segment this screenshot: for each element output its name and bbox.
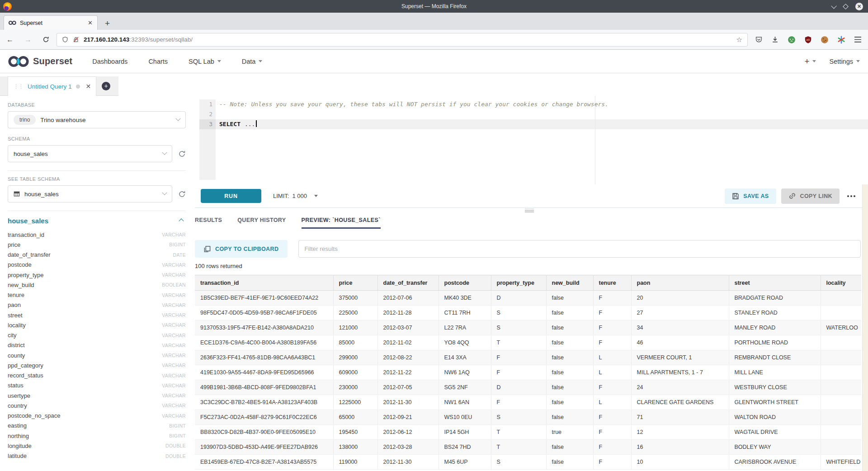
table-cell: F [593, 410, 631, 425]
privacy-badger-icon[interactable] [788, 36, 796, 44]
schema-column-row[interactable]: paonVARCHAR [8, 300, 186, 310]
copy-to-clipboard-button[interactable]: COPY TO CLIPBOARD [195, 240, 288, 258]
results-column-header[interactable]: price [333, 275, 377, 291]
schema-column-row[interactable]: transaction_idVARCHAR [8, 230, 186, 240]
sql-editor[interactable]: 1 2 3 -- Note: Unless you save your quer… [195, 96, 868, 184]
results-column-header[interactable]: tenure [593, 275, 631, 291]
editor-comment-line: -- Note: Unless you save your query, the… [219, 99, 868, 109]
schema-column-row[interactable]: eastingBIGINT [8, 421, 186, 431]
results-column-header[interactable]: locality [821, 275, 861, 291]
schema-column-row[interactable]: postcodeVARCHAR [8, 260, 186, 270]
add-new-button[interactable]: + [804, 57, 816, 66]
new-tab-button[interactable]: + [105, 19, 110, 28]
schema-column-row[interactable]: postcode_no_spaceVARCHAR [8, 411, 186, 421]
navbar-links: Dashboards Charts SQL Lab Data [92, 58, 262, 65]
tab-query-history[interactable]: QUERY HISTORY [237, 217, 286, 229]
schema-column-row[interactable]: ppd_categoryVARCHAR [8, 360, 186, 370]
schema-column-row[interactable]: tenureVARCHAR [8, 290, 186, 300]
schema-column-row[interactable]: northingBIGINT [8, 431, 186, 441]
reload-button[interactable] [42, 36, 49, 43]
settings-menu[interactable]: Settings [830, 58, 860, 65]
bookmark-star-icon[interactable]: ☆ [736, 36, 742, 44]
schema-column-row[interactable]: record_statusVARCHAR [8, 371, 186, 381]
table-schema-header[interactable]: house_sales [8, 217, 186, 225]
table-cell: 2012-08-22 [377, 350, 439, 365]
table-cell: MANLEY ROAD [729, 320, 821, 335]
sqllab-main: DATABASE trino Trino warehouse SCHEMA ho… [0, 96, 868, 471]
url-bar[interactable]: 217.160.120.143:32393/superset/sqllab/ ☆ [57, 33, 748, 47]
schema-column-row[interactable]: usertypeVARCHAR [8, 391, 186, 400]
nav-item-charts[interactable]: Charts [148, 58, 168, 65]
multi-account-icon[interactable] [837, 36, 845, 44]
window-maximize-icon[interactable] [843, 4, 849, 9]
schema-column-row[interactable]: streetVARCHAR [8, 310, 186, 320]
results-column-header[interactable]: street [729, 275, 821, 291]
add-query-tab-button[interactable]: + [102, 82, 110, 90]
browser-tab-close-icon[interactable]: ✕ [88, 19, 93, 26]
window-minimize-icon[interactable] [831, 3, 837, 9]
tab-preview-house-sales[interactable]: PREVIEW: `HOUSE_SALES` [302, 217, 381, 229]
run-button[interactable]: RUN [201, 189, 261, 203]
refresh-schemas-icon[interactable] [178, 150, 186, 158]
cookie-icon[interactable] [821, 36, 829, 44]
resize-grip-icon[interactable] [525, 209, 534, 212]
window-close-icon[interactable]: ✕ [855, 3, 863, 10]
forward-button[interactable]: → [24, 36, 32, 44]
database-select[interactable]: trino Trino warehouse [8, 111, 186, 128]
results-column-header[interactable]: property_type [491, 275, 546, 291]
pocket-icon[interactable] [755, 36, 763, 43]
database-engine-pill: trino [14, 115, 36, 125]
lock-insecure-icon[interactable] [73, 36, 79, 43]
results-column-header[interactable]: date_of_transfer [377, 275, 439, 291]
table-cell: BB8320C9-D82B-4B37-90E0-9FEE05095E10 [195, 425, 333, 440]
nav-item-sql-lab[interactable]: SQL Lab [189, 58, 221, 65]
schema-column-row[interactable]: property_typeVARCHAR [8, 270, 186, 280]
results-column-header[interactable]: paon [631, 275, 729, 291]
back-button[interactable]: ← [6, 36, 14, 44]
more-options-button[interactable] [847, 195, 855, 197]
nav-item-data[interactable]: Data [242, 58, 263, 65]
schema-column-row[interactable]: date_of_transferDATE [8, 250, 186, 260]
table-cell [821, 425, 861, 440]
table-select[interactable]: house_sales [8, 185, 172, 203]
schema-column-row[interactable]: longitudeDOUBLE [8, 441, 186, 451]
tab-results[interactable]: RESULTS [195, 217, 222, 229]
download-icon[interactable] [771, 36, 779, 43]
schema-column-row[interactable]: districtVARCHAR [8, 340, 186, 350]
table-cell: CT11 7RH [439, 306, 491, 320]
filter-results-input[interactable] [298, 240, 861, 258]
copy-link-button[interactable]: COPY LINK [781, 188, 840, 204]
schema-column-row[interactable]: statusVARCHAR [8, 381, 186, 391]
schema-column-row[interactable]: cityVARCHAR [8, 330, 186, 340]
scrollbar[interactable] [862, 184, 868, 471]
shield-icon[interactable] [62, 36, 68, 43]
editor-code[interactable]: -- Note: Unless you save your query, the… [219, 99, 868, 129]
schema-column-row[interactable]: countyVARCHAR [8, 350, 186, 360]
schema-column-row[interactable]: new_buildBOOLEAN [8, 280, 186, 290]
results-column-header[interactable]: transaction_id [195, 275, 333, 291]
save-as-button[interactable]: SAVE AS [725, 188, 776, 204]
results-column-header[interactable]: new_build [546, 275, 593, 291]
table-cell: T [491, 440, 546, 455]
chevron-up-icon[interactable] [179, 218, 184, 223]
schema-select[interactable]: house_sales [8, 145, 172, 162]
schema-column-row[interactable]: priceBIGINT [8, 240, 186, 250]
superset-brand[interactable]: Superset [8, 56, 72, 67]
schema-column-row[interactable]: countryVARCHAR [8, 400, 186, 410]
hamburger-menu-icon[interactable] [854, 36, 862, 43]
query-tab-close-icon[interactable]: ✕ [86, 83, 91, 90]
nav-label: Data [242, 58, 256, 65]
query-tab[interactable]: ⋮⋮ Untitled Query 1 ✕ [8, 76, 96, 96]
nav-label: Dashboards [92, 58, 127, 65]
schema-column-row[interactable]: localityVARCHAR [8, 320, 186, 330]
drag-handle-icon[interactable]: ⋮⋮ [14, 84, 24, 89]
results-column-header[interactable]: postcode [439, 275, 491, 291]
ublock-icon[interactable]: uO [804, 36, 812, 44]
column-type: BIGINT [169, 242, 186, 247]
schema-column-row[interactable]: latitudeDOUBLE [8, 451, 186, 461]
browser-tab[interactable]: Superset ✕ [4, 15, 98, 30]
nav-item-dashboards[interactable]: Dashboards [92, 58, 127, 65]
limit-dropdown[interactable]: LIMIT: 1 000 [273, 193, 318, 199]
table-cell [821, 365, 861, 380]
refresh-tables-icon[interactable] [178, 190, 186, 198]
